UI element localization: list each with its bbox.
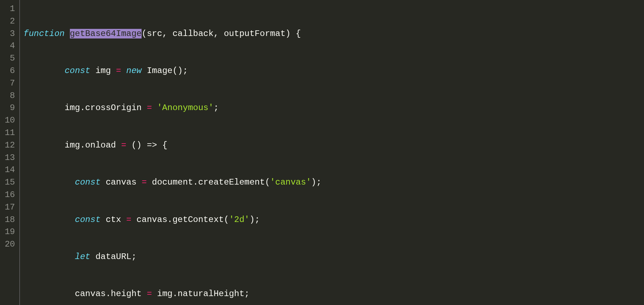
line-number: 6 bbox=[0, 65, 17, 77]
line-number: 3 bbox=[0, 28, 17, 40]
code-content[interactable]: function getBase64Image(src, callback, o… bbox=[20, 0, 644, 305]
code-line[interactable]: canvas.height = img.naturalHeight; bbox=[24, 288, 644, 300]
string-literal: 'canvas' bbox=[270, 177, 311, 187]
keyword-const: const bbox=[65, 66, 90, 76]
keyword-const: const bbox=[75, 215, 101, 224]
line-number: 14 bbox=[0, 164, 17, 176]
line-number: 16 bbox=[0, 189, 17, 201]
line-number: 4 bbox=[0, 40, 17, 52]
keyword-let: let bbox=[75, 252, 90, 262]
code-editor[interactable]: 1 2 3 4 5 6 7 8 9 10 11 12 13 14 15 16 1… bbox=[0, 0, 644, 305]
line-number: 7 bbox=[0, 77, 17, 90]
keyword-new: new bbox=[121, 66, 142, 76]
function-name-selected: getBase64Image bbox=[70, 29, 142, 38]
line-number: 19 bbox=[0, 226, 17, 238]
code-line[interactable]: const ctx = canvas.getContext('2d'); bbox=[24, 214, 644, 226]
line-number: 1 bbox=[0, 3, 17, 15]
line-number: 5 bbox=[0, 52, 17, 65]
line-number: 10 bbox=[0, 114, 17, 127]
line-number: 20 bbox=[0, 238, 17, 251]
line-number: 18 bbox=[0, 214, 17, 226]
line-number: 13 bbox=[0, 152, 17, 164]
code-line[interactable]: const img = new Image(); bbox=[24, 65, 644, 77]
code-line[interactable]: let dataURL; bbox=[24, 251, 644, 263]
keyword-function: function bbox=[24, 29, 65, 38]
string-literal: 'Anonymous' bbox=[152, 103, 214, 113]
string-literal: '2d' bbox=[229, 215, 250, 224]
code-line[interactable]: const canvas = document.createElement('c… bbox=[24, 176, 644, 189]
params: (src, callback, outputFormat) { bbox=[142, 29, 301, 38]
code-line[interactable]: function getBase64Image(src, callback, o… bbox=[24, 28, 644, 40]
code-line[interactable]: img.crossOrigin = 'Anonymous'; bbox=[24, 102, 644, 114]
line-number: 12 bbox=[0, 139, 17, 152]
line-number: 9 bbox=[0, 102, 17, 114]
line-number-gutter: 1 2 3 4 5 6 7 8 9 10 11 12 13 14 15 16 1… bbox=[0, 0, 20, 305]
line-number: 2 bbox=[0, 15, 17, 28]
line-number: 11 bbox=[0, 127, 17, 139]
code-line[interactable]: img.onload = () => { bbox=[24, 139, 644, 152]
line-number: 17 bbox=[0, 201, 17, 214]
line-number: 8 bbox=[0, 90, 17, 102]
keyword-const: const bbox=[75, 177, 101, 187]
line-number: 15 bbox=[0, 176, 17, 189]
